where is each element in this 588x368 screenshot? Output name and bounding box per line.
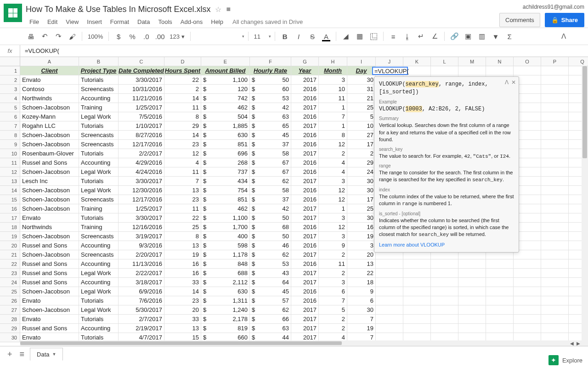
- data-cell[interactable]: 20: [347, 250, 376, 259]
- data-cell[interactable]: $1,700: [201, 223, 250, 232]
- empty-cell[interactable]: [458, 315, 486, 324]
- data-cell[interactable]: 2017: [291, 324, 319, 333]
- data-cell[interactable]: $754: [201, 186, 250, 195]
- redo-icon[interactable]: ↷: [52, 30, 64, 42]
- empty-cell[interactable]: [541, 158, 569, 167]
- data-cell[interactable]: 5/30/2017: [119, 305, 164, 315]
- data-cell[interactable]: Schoen-Jacobson: [20, 305, 79, 315]
- data-cell[interactable]: Training: [79, 223, 119, 232]
- data-cell[interactable]: 11: [164, 103, 201, 112]
- data-cell[interactable]: 11/21/2016: [119, 94, 164, 103]
- data-cell[interactable]: Russel and Sons: [20, 269, 79, 278]
- active-cell[interactable]: =VLOOKUP(: [372, 67, 408, 75]
- column-header[interactable]: P: [541, 57, 569, 66]
- data-cell[interactable]: 1/25/2017: [119, 103, 164, 112]
- data-cell[interactable]: 2016: [291, 241, 319, 250]
- data-cell[interactable]: Accounting: [79, 278, 119, 287]
- menu-insert[interactable]: Insert: [83, 17, 106, 27]
- data-cell[interactable]: 3: [347, 241, 376, 250]
- data-cell[interactable]: $630: [201, 287, 250, 296]
- row-header[interactable]: 23: [0, 269, 20, 278]
- data-cell[interactable]: Screencasts: [79, 195, 119, 204]
- data-cell[interactable]: $37: [250, 195, 291, 204]
- data-cell[interactable]: 11: [319, 94, 347, 103]
- data-cell[interactable]: 2017: [291, 177, 319, 186]
- empty-cell[interactable]: [486, 259, 514, 269]
- undo-icon[interactable]: ↶: [39, 30, 51, 42]
- data-cell[interactable]: $630: [201, 131, 250, 140]
- data-cell[interactable]: 8: [164, 112, 201, 121]
- data-cell[interactable]: 12: [164, 149, 201, 158]
- empty-cell[interactable]: [431, 305, 458, 315]
- data-cell[interactable]: 12/30/2016: [119, 186, 164, 195]
- data-cell[interactable]: $53: [250, 259, 291, 269]
- empty-cell[interactable]: [403, 324, 431, 333]
- data-cell[interactable]: Legal Work: [79, 112, 119, 121]
- data-cell[interactable]: 2017: [291, 278, 319, 287]
- empty-cell[interactable]: [376, 259, 403, 269]
- data-cell[interactable]: $60: [250, 85, 291, 94]
- collapse-tooltip-icon[interactable]: ᐱ: [505, 79, 509, 86]
- row-header[interactable]: 1: [0, 66, 20, 75]
- data-cell[interactable]: 23: [164, 140, 201, 149]
- fill-color-icon[interactable]: ◢: [340, 30, 352, 42]
- menu-data[interactable]: Data: [134, 17, 153, 27]
- data-cell[interactable]: 2017: [291, 75, 319, 85]
- data-cell[interactable]: 2016: [291, 186, 319, 195]
- empty-cell[interactable]: [541, 259, 569, 269]
- data-cell[interactable]: 11: [319, 259, 347, 269]
- data-cell[interactable]: 4/29/2016: [119, 158, 164, 167]
- data-cell[interactable]: 2: [319, 269, 347, 278]
- scroll-right-icon[interactable]: ▶: [575, 340, 582, 346]
- close-tooltip-icon[interactable]: ✕: [511, 79, 516, 86]
- empty-cell[interactable]: [486, 296, 514, 305]
- data-cell[interactable]: 29: [347, 158, 376, 167]
- row-header[interactable]: 24: [0, 278, 20, 287]
- row-header[interactable]: 16: [0, 204, 20, 213]
- data-cell[interactable]: $400: [201, 232, 250, 241]
- empty-cell[interactable]: [514, 287, 541, 296]
- data-cell[interactable]: 2: [319, 250, 347, 259]
- column-header[interactable]: G: [291, 57, 319, 66]
- data-cell[interactable]: 23: [164, 195, 201, 204]
- data-cell[interactable]: $504: [201, 112, 250, 121]
- data-cell[interactable]: 1/10/2017: [119, 121, 164, 131]
- data-cell[interactable]: Legal Work: [79, 186, 119, 195]
- data-cell[interactable]: 3: [319, 177, 347, 186]
- data-cell[interactable]: 13: [164, 324, 201, 333]
- data-cell[interactable]: 6: [319, 287, 347, 296]
- data-cell[interactable]: Accounting: [79, 241, 119, 250]
- empty-cell[interactable]: [514, 259, 541, 269]
- empty-cell[interactable]: [541, 167, 569, 177]
- data-cell[interactable]: 18: [347, 278, 376, 287]
- data-cell[interactable]: $1,311: [201, 296, 250, 305]
- empty-cell[interactable]: [541, 66, 569, 75]
- empty-cell[interactable]: [541, 278, 569, 287]
- empty-cell[interactable]: [403, 287, 431, 296]
- data-cell[interactable]: Tutorials: [79, 121, 119, 131]
- empty-cell[interactable]: [541, 250, 569, 259]
- link-icon[interactable]: 🔗: [448, 30, 460, 42]
- data-cell[interactable]: Training: [79, 103, 119, 112]
- data-cell[interactable]: 11: [164, 204, 201, 213]
- data-cell[interactable]: Schoen-Jacobson: [20, 131, 79, 140]
- data-cell[interactable]: 2016: [291, 131, 319, 140]
- data-cell[interactable]: 2016: [291, 112, 319, 121]
- data-cell[interactable]: Russel and Sons: [20, 158, 79, 167]
- select-all-corner[interactable]: [0, 57, 20, 66]
- empty-cell[interactable]: [458, 66, 486, 75]
- data-cell[interactable]: $1,885: [201, 121, 250, 131]
- data-cell[interactable]: 7: [319, 296, 347, 305]
- data-cell[interactable]: 7: [164, 177, 201, 186]
- empty-cell[interactable]: [376, 305, 403, 315]
- data-cell[interactable]: Accounting: [79, 94, 119, 103]
- data-cell[interactable]: 2017: [291, 250, 319, 259]
- row-header[interactable]: 4: [0, 94, 20, 103]
- row-header[interactable]: 26: [0, 296, 20, 305]
- data-cell[interactable]: 7/6/2016: [119, 296, 164, 305]
- data-cell[interactable]: $268: [201, 158, 250, 167]
- data-cell[interactable]: 3/30/2017: [119, 177, 164, 186]
- data-cell[interactable]: $63: [250, 112, 291, 121]
- table-header-cell[interactable]: Hours Spent: [164, 66, 201, 75]
- empty-cell[interactable]: [541, 195, 569, 204]
